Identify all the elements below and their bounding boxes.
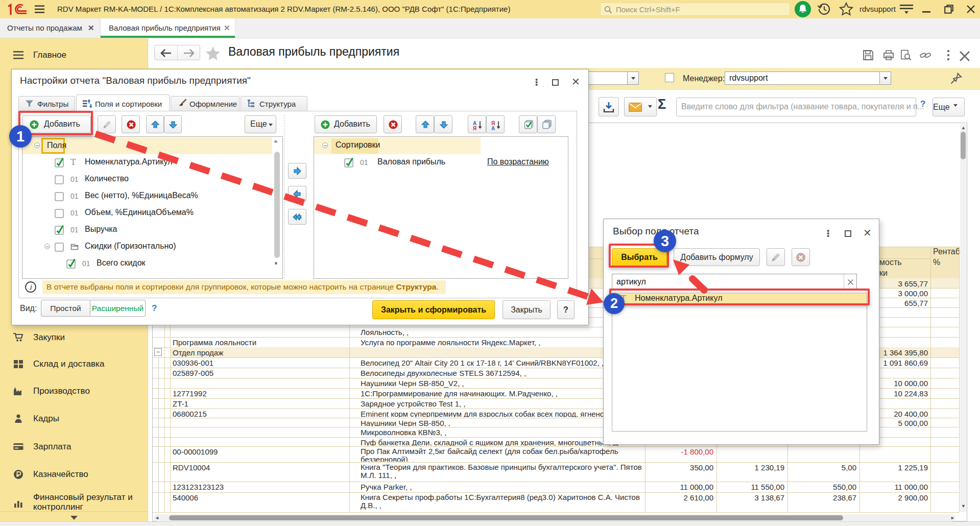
fields-more-button[interactable]: Еще bbox=[245, 115, 276, 133]
scroll-up-icon[interactable]: ▲ bbox=[961, 125, 966, 130]
main-menu-icon[interactable] bbox=[35, 5, 44, 13]
fields-root-cell[interactable]: Поля bbox=[41, 138, 65, 154]
list-scroll-up-icon[interactable] bbox=[274, 140, 278, 142]
sort-move-down-button[interactable] bbox=[434, 115, 452, 133]
table-row[interactable]: 540006 Книга Секреты проф.работы 1С:Бухг… bbox=[153, 492, 959, 512]
maximize-icon[interactable] bbox=[944, 5, 953, 14]
table-row[interactable]: 00-00001099Про Пак Алтимэйт 2,5кг байсай… bbox=[153, 446, 959, 462]
quick-filter-input[interactable]: Введите слово для фильтра (название това… bbox=[676, 98, 916, 116]
tree-expander-icon[interactable] bbox=[34, 142, 40, 148]
help-link[interactable]: ? bbox=[920, 99, 925, 109]
more-dots-icon[interactable] bbox=[943, 50, 954, 61]
notifications-icon[interactable] bbox=[795, 1, 811, 17]
sort-move-up-button[interactable] bbox=[416, 115, 434, 133]
help-button[interactable]: ? bbox=[557, 300, 575, 319]
vertical-scrollbar-thumb[interactable] bbox=[961, 132, 966, 159]
sidebar-item-склад[interactable]: Склад и доставка bbox=[0, 354, 148, 374]
close-and-generate-button[interactable]: Закрыть и сформировать bbox=[372, 300, 495, 319]
vertical-scrollbar[interactable] bbox=[960, 124, 966, 512]
scroll-left-icon[interactable]: ◄ bbox=[155, 515, 159, 520]
sort-tree-item[interactable]: 01Валовая прибыльПо возрастанию bbox=[314, 154, 568, 171]
table-row[interactable]: 123123123123Ручка Parker, ,11 000,0011 5… bbox=[153, 482, 959, 492]
dialog-close-icon[interactable]: ✕ bbox=[863, 229, 872, 237]
download-button[interactable] bbox=[599, 97, 619, 116]
field-tree-item[interactable]: 01Вес (нетто), %ЕдиницаВеса% bbox=[22, 188, 272, 205]
tree-expander-icon[interactable] bbox=[44, 244, 50, 249]
settings-tab-3[interactable]: Оформление bbox=[171, 96, 240, 111]
print-icon[interactable] bbox=[883, 50, 894, 61]
list-scrollbar-thumb[interactable] bbox=[274, 152, 280, 258]
sort-direction-link[interactable]: По возрастанию bbox=[487, 157, 549, 166]
minimize-icon[interactable] bbox=[922, 11, 930, 13]
manager-field[interactable]: rdvsupport bbox=[725, 71, 880, 85]
field-tree-item[interactable]: 01Объем, %ЕдиницаОбъема% bbox=[22, 205, 272, 222]
field-tree-item[interactable]: Скидки (Горизонтально) bbox=[22, 238, 272, 255]
horizontal-scrollbar-thumb[interactable] bbox=[169, 515, 843, 520]
delete-sort-button[interactable] bbox=[384, 115, 402, 133]
close-button[interactable]: Закрыть bbox=[503, 300, 551, 319]
scroll-right-icon[interactable]: ► bbox=[950, 515, 955, 520]
settings-tab-1[interactable]: Фильтры bbox=[18, 96, 75, 111]
sum-sigma-icon[interactable]: Σ bbox=[658, 97, 666, 112]
history-icon[interactable] bbox=[817, 2, 831, 16]
manager-checkbox[interactable] bbox=[665, 73, 674, 82]
global-search-input[interactable]: Поиск Ctrl+Shift+F bbox=[600, 3, 790, 16]
tree-expander-icon[interactable] bbox=[322, 142, 328, 148]
service-menu-icon[interactable] bbox=[900, 5, 913, 15]
view-simple-button[interactable]: Простой bbox=[41, 300, 90, 317]
period-dropdown-icon[interactable] bbox=[628, 71, 639, 85]
sidebar-item-кадры[interactable]: Кадры bbox=[0, 409, 148, 429]
close-report-icon[interactable] bbox=[959, 51, 970, 62]
forward-icon[interactable] bbox=[183, 49, 195, 57]
field-tree-item[interactable]: 01Количество bbox=[22, 171, 272, 188]
delete-button-disabled[interactable] bbox=[792, 248, 810, 266]
dialog-menu-dots-icon[interactable]: ••• bbox=[535, 78, 537, 86]
favorite-star-icon[interactable] bbox=[205, 46, 221, 60]
move-up-button[interactable] bbox=[146, 115, 164, 133]
dialog-menu-dots-icon[interactable]: ••• bbox=[827, 229, 829, 237]
clear-search-button[interactable] bbox=[844, 274, 856, 290]
save-icon[interactable] bbox=[863, 50, 874, 61]
add-formula-button[interactable]: Добавить формулу bbox=[674, 248, 760, 266]
sort-asc-button[interactable]: АЯ bbox=[468, 115, 486, 133]
uncheck-all-button[interactable] bbox=[537, 115, 556, 133]
settings-tab-4[interactable]: Структура bbox=[241, 96, 307, 111]
edit-field-button[interactable] bbox=[98, 115, 116, 133]
table-row[interactable]: RDV10004Книга "Теория для практиков. Баз… bbox=[153, 462, 959, 482]
send-email-button[interactable] bbox=[624, 97, 657, 116]
settings-tab-2[interactable]: Поля и сортировки bbox=[76, 94, 170, 111]
delete-field-button[interactable] bbox=[122, 115, 140, 133]
find-icon[interactable] bbox=[900, 50, 912, 61]
check-all-button[interactable] bbox=[519, 115, 537, 133]
dialog-close-icon[interactable]: ✕ bbox=[571, 78, 580, 86]
sort-desc-button[interactable]: ЯА bbox=[486, 115, 505, 133]
sidebar-item-казначейство[interactable]: Казначейство bbox=[0, 464, 148, 485]
get-link-icon[interactable] bbox=[920, 50, 931, 61]
close-window-icon[interactable] bbox=[967, 5, 975, 13]
move-from-sort-button[interactable] bbox=[288, 186, 306, 202]
current-user[interactable]: rdvsupport bbox=[859, 5, 896, 13]
back-icon[interactable] bbox=[160, 49, 172, 57]
dialog-maximize-icon[interactable] bbox=[552, 79, 559, 86]
tab-sales-reports[interactable]: Отчеты по продажам ✕ bbox=[0, 18, 101, 38]
tab-close-icon[interactable]: ✕ bbox=[224, 23, 230, 33]
sidebar-item-производство[interactable]: Производство bbox=[0, 381, 148, 401]
view-extended-button[interactable]: Расширенный bbox=[90, 300, 146, 317]
edit-button-disabled[interactable] bbox=[767, 248, 785, 266]
report-more-button[interactable]: Еще bbox=[933, 98, 965, 116]
move-to-sort-button[interactable] bbox=[288, 163, 306, 179]
dialog-maximize-icon[interactable] bbox=[845, 230, 851, 237]
add-sort-button[interactable]: Добавить bbox=[315, 115, 377, 133]
sidebar-item-финансовый[interactable]: Финансовый результат и контроллинг bbox=[0, 491, 148, 512]
field-tree-item[interactable]: TНоменклатура.Артикул bbox=[22, 154, 272, 171]
field-tree-item[interactable]: 01Выручка bbox=[22, 222, 272, 238]
sidebar-item-главное[interactable]: Главное bbox=[0, 45, 148, 65]
scroll-down-icon[interactable]: ▼ bbox=[961, 504, 966, 509]
view-help-link[interactable]: ? bbox=[152, 303, 157, 314]
move-all-from-sort-button[interactable] bbox=[288, 209, 306, 225]
move-down-button[interactable] bbox=[164, 115, 182, 133]
favorites-star-icon[interactable] bbox=[839, 2, 853, 16]
sidebar-item-закупки[interactable]: Закупки bbox=[0, 327, 148, 348]
sidebar-item-зарплата[interactable]: Зарплата bbox=[0, 437, 148, 457]
field-tree-item[interactable]: 01Всего скидок bbox=[22, 255, 272, 272]
